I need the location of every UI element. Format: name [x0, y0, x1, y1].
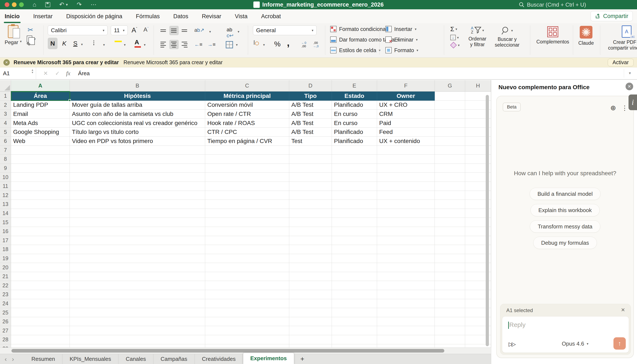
cell-A2[interactable]: Landing PDP	[11, 101, 70, 110]
more-commands-icon[interactable]: ⋯	[91, 0, 97, 9]
cell-G9[interactable]	[435, 164, 465, 173]
cell-E18[interactable]	[332, 245, 377, 254]
cell-E22[interactable]	[332, 281, 377, 290]
addins-button[interactable]: Complementos	[535, 26, 571, 45]
align-top-button[interactable]	[159, 26, 168, 35]
cell-C28[interactable]	[205, 335, 289, 344]
cell-E8[interactable]	[332, 155, 377, 164]
find-select-button[interactable]: ▾ Buscar yseleccionar	[492, 26, 522, 48]
cell-F1[interactable]: Owner	[377, 92, 435, 101]
cell-A7[interactable]	[11, 146, 70, 155]
row-header-21[interactable]: 21	[0, 272, 11, 281]
cell-B16[interactable]	[70, 227, 205, 236]
sort-filter-button[interactable]: AZ ▾ Ordenary filtrar	[464, 26, 491, 48]
column-header-H[interactable]: H	[465, 80, 491, 92]
cell-G16[interactable]	[435, 227, 465, 236]
cell-C2[interactable]: Conversión móvil	[205, 101, 289, 110]
cell-E1[interactable]: Estado	[332, 92, 377, 101]
cell-E14[interactable]	[332, 209, 377, 218]
cell-F2[interactable]: UX + CRO	[377, 101, 435, 110]
cell-E16[interactable]	[332, 227, 377, 236]
active-cell-selection[interactable]	[11, 91, 70, 101]
cell-E28[interactable]	[332, 335, 377, 344]
cell-E2[interactable]: Planificado	[332, 101, 377, 110]
cell-C13[interactable]	[205, 200, 289, 209]
redo-icon[interactable]: ↷	[77, 0, 82, 9]
spreadsheet-grid[interactable]: ABCDEFGH1ÁreaHipótesisMétrica principalT…	[0, 80, 491, 354]
minimize-window-button[interactable]	[12, 2, 17, 7]
selection-chip-close-icon[interactable]: ✕	[621, 307, 625, 313]
row-header-4[interactable]: 4	[0, 119, 11, 128]
font-color-button[interactable]: A	[134, 38, 139, 46]
cell-C4[interactable]: Hook rate / ROAS	[205, 119, 289, 128]
decrease-font-button[interactable]: Aˇ	[143, 26, 148, 33]
column-header-C[interactable]: C	[205, 80, 289, 92]
sheet-tab-experimentos[interactable]: Experimentos	[243, 353, 294, 364]
ribbon-tab-vista[interactable]: Vista	[234, 11, 249, 22]
cell-B9[interactable]	[70, 164, 205, 173]
cell-B18[interactable]	[70, 245, 205, 254]
cell-F5[interactable]: Feed	[377, 128, 435, 137]
fill-color-chevron-icon[interactable]: ▾	[124, 43, 126, 47]
cell-D20[interactable]	[289, 263, 332, 272]
cell-C5[interactable]: CTR / CPC	[205, 128, 289, 137]
cell-F19[interactable]	[377, 254, 435, 263]
row-header-9[interactable]: 9	[0, 164, 11, 173]
cell-E19[interactable]	[332, 254, 377, 263]
cell-D19[interactable]	[289, 254, 332, 263]
cell-G27[interactable]	[435, 326, 465, 335]
align-bottom-button[interactable]	[180, 26, 189, 35]
ribbon-tab-acrobat[interactable]: Acrobat	[260, 11, 282, 22]
cell-G7[interactable]	[435, 146, 465, 155]
cell-G22[interactable]	[435, 281, 465, 290]
italic-button[interactable]: K	[59, 38, 69, 49]
ribbon-tab-disposición-de-página[interactable]: Disposición de página	[65, 11, 123, 22]
cell-B22[interactable]	[70, 281, 205, 290]
font-name-select[interactable]: Calibri▾	[48, 26, 108, 35]
cell-G20[interactable]	[435, 263, 465, 272]
suggestion-transform-messy-data[interactable]: Transform messy data	[530, 220, 600, 233]
cell-E21[interactable]	[332, 272, 377, 281]
overflow-menu-icon[interactable]: ⋮	[621, 104, 628, 112]
cell-G15[interactable]	[435, 218, 465, 227]
row-header-23[interactable]: 23	[0, 290, 11, 299]
cell-A22[interactable]	[11, 281, 70, 290]
cell-D14[interactable]	[289, 209, 332, 218]
cell-E20[interactable]	[332, 263, 377, 272]
cell-C12[interactable]	[205, 191, 289, 200]
cell-C14[interactable]	[205, 209, 289, 218]
cell-G26[interactable]	[435, 317, 465, 326]
add-sheet-button[interactable]: +	[300, 355, 304, 363]
underline-chevron-icon[interactable]: ▾	[81, 42, 83, 46]
cell-B28[interactable]	[70, 335, 205, 344]
paste-button[interactable]: Pegar▾	[5, 25, 22, 45]
sheet-nav-right-icon[interactable]: ›	[12, 356, 14, 363]
cell-F12[interactable]	[377, 191, 435, 200]
fill-handle[interactable]	[69, 99, 71, 102]
number-format-select[interactable]: General▾	[253, 26, 317, 35]
font-color-chevron-icon[interactable]: ▾	[144, 43, 146, 47]
save-icon[interactable]	[45, 2, 50, 7]
clear-button[interactable]: ▾	[450, 42, 460, 48]
row-header-12[interactable]: 12	[0, 191, 11, 200]
cell-D28[interactable]	[289, 335, 332, 344]
ribbon-cells-eliminar-button[interactable]: Eliminar▾	[385, 36, 417, 43]
cell-F11[interactable]	[377, 182, 435, 191]
ribbon-tab-datos[interactable]: Datos	[172, 11, 189, 22]
cell-D1[interactable]: Tipo	[289, 92, 332, 101]
column-header-E[interactable]: E	[332, 80, 377, 92]
cell-E24[interactable]	[332, 299, 377, 308]
cell-B23[interactable]	[70, 290, 205, 299]
row-header-1[interactable]: 1	[0, 92, 11, 101]
comma-style-button[interactable]: ,	[287, 37, 290, 48]
cell-A20[interactable]	[11, 263, 70, 272]
cell-B4[interactable]: UGC con coleccionista real vs creador ge…	[70, 119, 205, 128]
cell-C16[interactable]	[205, 227, 289, 236]
cell-F9[interactable]	[377, 164, 435, 173]
ribbon-cells-insertar-button[interactable]: Insertar▾	[385, 26, 416, 32]
sheet-tab-creatividades[interactable]: Creatividades	[195, 354, 243, 364]
cell-F16[interactable]	[377, 227, 435, 236]
row-header-2[interactable]: 2	[0, 101, 11, 110]
cell-A9[interactable]	[11, 164, 70, 173]
column-header-F[interactable]: F	[377, 80, 435, 92]
